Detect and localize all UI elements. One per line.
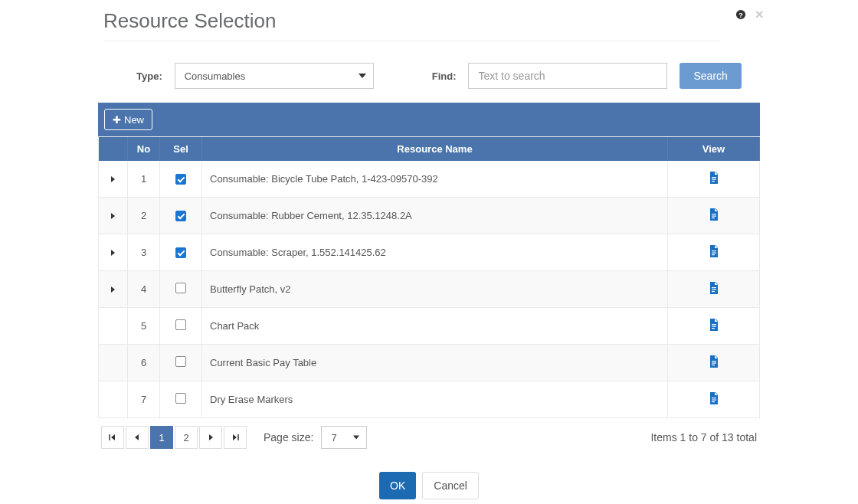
document-icon[interactable] xyxy=(709,245,719,260)
pager-first-button[interactable] xyxy=(101,426,124,449)
page-size-label: Page size: xyxy=(264,431,313,443)
type-select[interactable]: Consumables xyxy=(175,63,374,89)
find-label: Find: xyxy=(432,70,457,82)
row-select-cell xyxy=(160,234,202,271)
dialog-header: Resource Selection ? × xyxy=(0,0,858,51)
expand-cell[interactable] xyxy=(99,271,128,308)
row-name: Consumable: Rubber Cement, 12.35.1248.2A xyxy=(202,198,668,234)
expand-arrow-icon xyxy=(111,286,115,293)
pager-next-button[interactable] xyxy=(199,426,222,449)
row-no: 3 xyxy=(128,234,160,271)
pager-left: 12 Page size: 7 xyxy=(101,426,367,449)
chevron-down-icon xyxy=(353,436,359,440)
row-view-cell xyxy=(668,161,760,198)
search-input[interactable] xyxy=(468,63,667,89)
table-header-row: No Sel Resource Name View xyxy=(99,137,760,162)
table-row: 7Dry Erase Markers xyxy=(99,381,760,418)
expand-cell xyxy=(99,308,128,345)
row-no: 2 xyxy=(128,198,160,234)
svg-rect-22 xyxy=(712,401,715,402)
expand-cell xyxy=(99,345,128,381)
svg-rect-10 xyxy=(712,254,715,255)
row-no: 7 xyxy=(128,381,160,418)
row-no: 5 xyxy=(128,308,160,345)
svg-rect-13 xyxy=(712,291,715,292)
svg-rect-3 xyxy=(712,179,716,180)
document-icon[interactable] xyxy=(709,355,719,370)
table-row: 6Current Basic Pay Table xyxy=(99,345,760,381)
table-row: 5Chart Pack xyxy=(99,308,760,345)
row-select-cell xyxy=(160,345,202,381)
ok-button[interactable]: OK xyxy=(379,472,416,499)
expand-cell xyxy=(99,381,128,418)
svg-rect-12 xyxy=(712,290,716,290)
plus-icon: ✚ xyxy=(113,114,121,126)
svg-rect-4 xyxy=(712,181,715,182)
pager-last-button[interactable] xyxy=(224,426,247,449)
col-no: No xyxy=(128,137,160,162)
row-name: Consumable: Bicycle Tube Patch, 1-423-09… xyxy=(202,161,668,198)
document-icon[interactable] xyxy=(709,392,719,407)
expand-arrow-icon xyxy=(111,176,115,182)
pager-page-button[interactable]: 1 xyxy=(150,426,173,449)
row-view-cell xyxy=(668,308,760,345)
close-icon[interactable]: × xyxy=(755,9,766,20)
row-name: Dry Erase Markers xyxy=(202,381,668,418)
pager-page-button[interactable]: 2 xyxy=(175,426,198,449)
row-select-cell xyxy=(160,308,202,345)
cancel-button[interactable]: Cancel xyxy=(422,472,479,499)
svg-rect-19 xyxy=(712,365,715,365)
row-select-cell xyxy=(160,381,202,418)
pager-prev-button[interactable] xyxy=(126,426,149,449)
document-icon[interactable] xyxy=(709,208,719,223)
row-view-cell xyxy=(668,234,760,271)
svg-rect-21 xyxy=(712,400,716,401)
row-name: Butterfly Patch, v2 xyxy=(202,271,668,308)
svg-rect-2 xyxy=(712,177,716,178)
document-icon[interactable] xyxy=(709,172,719,186)
svg-text:?: ? xyxy=(738,11,743,19)
svg-rect-18 xyxy=(712,363,716,364)
row-select-checkbox[interactable] xyxy=(175,211,186,221)
row-no: 1 xyxy=(128,161,160,198)
row-select-checkbox[interactable] xyxy=(175,247,186,258)
svg-rect-5 xyxy=(712,214,716,214)
svg-rect-14 xyxy=(712,324,716,325)
new-button[interactable]: ✚New xyxy=(104,109,152,130)
svg-rect-16 xyxy=(712,328,715,329)
col-name: Resource Name xyxy=(202,137,668,162)
svg-rect-17 xyxy=(712,361,716,362)
row-select-checkbox[interactable] xyxy=(175,174,186,185)
page-size-select[interactable]: 7 xyxy=(321,426,367,449)
pager: 12 Page size: 7 Items 1 to 7 of 13 total xyxy=(98,418,760,449)
expand-cell[interactable] xyxy=(99,161,128,198)
document-icon[interactable] xyxy=(709,319,719,333)
chevron-down-icon xyxy=(359,74,366,78)
svg-rect-7 xyxy=(712,218,715,218)
search-button[interactable]: Search xyxy=(680,63,741,89)
svg-rect-8 xyxy=(712,250,716,251)
row-select-checkbox[interactable] xyxy=(175,283,186,293)
row-select-checkbox[interactable] xyxy=(175,356,186,367)
row-view-cell xyxy=(668,198,760,234)
col-expand xyxy=(99,137,128,162)
type-label: Type: xyxy=(136,70,162,82)
row-select-checkbox[interactable] xyxy=(175,319,186,330)
help-icon[interactable]: ? xyxy=(735,9,746,20)
dialog: Resource Selection ? × Type: Consumables… xyxy=(0,0,858,504)
expand-cell[interactable] xyxy=(99,234,128,271)
pager-summary: Items 1 to 7 of 13 total xyxy=(650,431,757,443)
svg-rect-15 xyxy=(712,326,716,327)
row-view-cell xyxy=(668,381,760,418)
row-view-cell xyxy=(668,271,760,308)
grid-toolbar: ✚New xyxy=(98,103,760,136)
table-row: 3Consumable: Scraper, 1.552.141425.62 xyxy=(99,234,760,271)
svg-rect-6 xyxy=(712,216,716,217)
row-name: Current Basic Pay Table xyxy=(202,345,668,381)
document-icon[interactable] xyxy=(709,282,719,296)
expand-cell[interactable] xyxy=(99,198,128,234)
col-sel: Sel xyxy=(160,137,202,162)
row-select-checkbox[interactable] xyxy=(175,393,186,404)
table-row: 4Butterfly Patch, v2 xyxy=(99,271,760,308)
row-name: Chart Pack xyxy=(202,308,668,345)
